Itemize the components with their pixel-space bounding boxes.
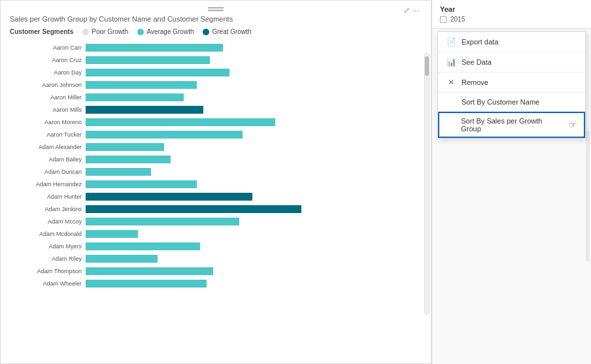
bar-container [86,193,424,201]
year-filter-area: Year 2015 [432,0,591,29]
bar-container [86,44,424,52]
bar-row[interactable]: Adam Myers [14,240,424,252]
bar-segment[interactable] [86,267,213,275]
bar-container [86,255,424,263]
bar-chart-area: Aaron CarrAaron CruzAaron DayAaron Johns… [7,42,424,290]
bar-row[interactable]: Adam Hernandez [14,178,424,190]
bar-row[interactable]: Adam Riley [14,253,424,265]
main-container: ⤢ ··· Sales per Growth Group by Customer… [0,0,591,364]
legend-dot-average [137,29,144,35]
bar-segment[interactable] [86,230,138,238]
bar-row[interactable]: Aaron Carr [14,42,424,54]
menu-label-remove: Remove [462,78,488,86]
bar-segment[interactable] [86,242,200,250]
bar-container [86,56,424,64]
bar-label: Aaron Moreno [14,119,86,125]
context-menu-item-see-data[interactable]: 📊See Data [438,52,585,73]
bar-container [86,205,424,213]
bar-row[interactable]: Adam Thompson [14,265,424,277]
bar-segment[interactable] [86,93,184,101]
bar-label: Adam Wheeler [14,280,86,287]
bar-label: Adam Myers [14,243,86,250]
bar-row[interactable]: Aaron Day [14,67,424,78]
bar-row[interactable]: Adam Alexander [14,141,424,153]
bar-segment[interactable] [86,168,151,176]
bar-segment[interactable] [86,218,239,225]
bar-label: Aaron Cruz [14,57,86,63]
legend-title: Customer Segments [10,28,73,35]
bar-container [86,180,424,188]
legend-item-average: Average Growth [137,28,194,35]
bar-label: Adam Hernandez [14,181,86,188]
bar-label: Adam Thompson [14,268,86,274]
bar-label: Adam Duncan [14,169,86,175]
bar-segment[interactable] [86,81,197,89]
bar-label: Adam Bailey [14,156,86,163]
bar-segment[interactable] [86,56,210,64]
bar-label: Adam Jenkins [14,206,86,212]
expand-icon[interactable]: ⤢ [403,6,410,15]
bar-row[interactable]: Aaron Johnson [14,79,424,91]
bar-label: Aaron Tucker [14,131,86,138]
bar-container [86,106,424,114]
menu-label-sort-sales: Sort By Sales per Growth Group [461,117,560,133]
bar-segment[interactable] [86,280,207,288]
bar-segment[interactable] [86,193,252,201]
bar-segment[interactable] [86,205,301,213]
year-2015-checkbox[interactable] [440,16,447,23]
more-options-icon[interactable]: ··· [413,6,419,15]
drag-handle[interactable] [206,7,226,11]
context-menu-item-sort-name[interactable]: Sort By Customer Name [438,93,585,112]
context-menu-item-sort-sales[interactable]: Sort By Sales per Growth Group☞ [438,112,585,138]
bar-container [86,143,424,151]
bar-container [86,218,424,225]
context-menu-item-export-data[interactable]: 📄Export data [438,32,585,52]
bar-row[interactable]: Aaron Tucker [14,129,424,141]
bar-row[interactable]: Aaron Moreno [14,116,424,128]
bar-row[interactable]: Aaron Cruz [14,54,424,66]
bar-container [86,267,424,275]
bar-label: Adam Alexander [14,144,86,150]
bar-label: Adam Riley [14,256,86,262]
year-filter-title: Year [440,5,583,13]
context-menu-item-remove[interactable]: ✕Remove [438,73,585,93]
chart-scrollbar[interactable] [424,53,430,314]
bar-container [86,242,424,250]
right-panel: Year 2015 📄Export data📊See Data✕RemoveSo… [431,0,591,364]
bar-row[interactable]: Aaron Mills [14,104,424,116]
bar-label: Adam Mcdonald [14,231,86,237]
bar-label: Adam Mccoy [14,218,86,225]
year-filter-item[interactable]: 2015 [440,16,583,23]
chart-scrollbar-thumb[interactable] [425,56,429,76]
bar-segment[interactable] [86,180,197,188]
bar-container [86,118,424,126]
bar-segment[interactable] [86,143,164,151]
bar-row[interactable]: Adam Mccoy [14,216,424,227]
bar-row[interactable]: Adam Bailey [14,154,424,165]
bar-row[interactable]: Adam Duncan [14,166,424,178]
menu-label-see-data: See Data [462,58,492,66]
legend-label-great: Great Growth [212,28,251,35]
bar-row[interactable]: Adam Mcdonald [14,228,424,240]
bar-container [86,156,424,163]
bar-container [86,93,424,101]
chart-panel: ⤢ ··· Sales per Growth Group by Customer… [0,0,431,364]
context-menu: 📄Export data📊See Data✕RemoveSort By Cust… [437,31,586,139]
menu-icon-see-data: 📊 [446,58,456,67]
right-panel-scrollbar[interactable] [586,131,590,261]
bar-row[interactable]: Adam Jenkins [14,203,424,215]
bar-segment[interactable] [86,106,203,114]
bar-segment[interactable] [86,44,223,52]
bar-row[interactable]: Adam Hunter [14,191,424,203]
bar-segment[interactable] [86,69,229,76]
bar-segment[interactable] [86,156,171,163]
legend-item-poor: Poor Growth [82,28,128,35]
bar-row[interactable]: Adam Wheeler [14,278,424,290]
chart-toolbar: ⤢ ··· [403,6,419,15]
bar-segment[interactable] [86,118,275,126]
bar-segment[interactable] [86,131,243,139]
bar-label: Adam Hunter [14,193,86,200]
bar-label: Aaron Johnson [14,82,86,88]
bar-row[interactable]: Aaron Miller [14,91,424,103]
bar-segment[interactable] [86,255,158,263]
